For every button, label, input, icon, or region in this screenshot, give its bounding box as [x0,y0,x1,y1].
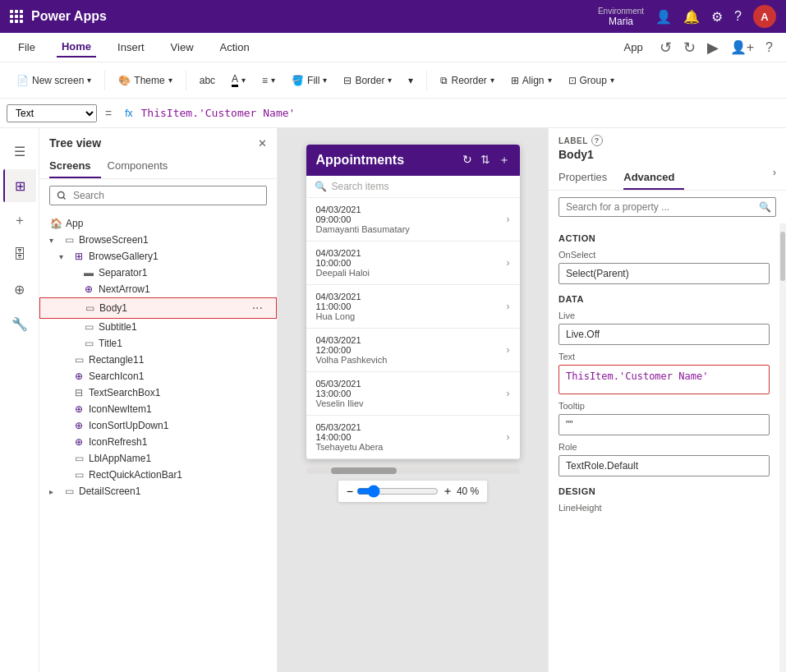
help-menu-icon[interactable]: ? [765,40,773,55]
tree-item-browsegallery1[interactable]: ▾ ⊞ BrowseGallery1 [39,248,277,265]
property-search-input[interactable] [558,197,776,217]
tree-item-lblappname1[interactable]: ▭ LblAppName1 [39,450,277,467]
apps-grid-icon[interactable] [10,10,23,23]
list-item[interactable]: 04/03/2021 10:00:00 Deepali Haloi › [306,242,520,285]
align-button[interactable]: ≡ ▾ [255,71,282,90]
tree-search [49,186,267,205]
tree-item-searchicon1[interactable]: ⊕ SearchIcon1 [39,368,277,384]
formula-input[interactable] [141,107,779,119]
align-caret-icon: ▾ [271,76,275,85]
zoom-in-button[interactable]: ＋ [442,484,453,499]
tree-item-textsearchbox1[interactable]: ⊟ TextSearchBox1 [39,384,277,401]
reorder-caret-icon: ▾ [490,76,494,85]
fx-button[interactable]: fx [120,108,137,119]
tree-item-iconsortupdown1[interactable]: ⊕ IconSortUpDown1 [39,417,277,434]
layers-icon[interactable]: ⊞ [3,169,36,202]
tab-components[interactable]: Components [108,154,178,178]
add-header-icon[interactable]: ＋ [499,153,510,168]
list-item[interactable]: 05/03/2021 14:00:00 Tsehayetu Abera › [306,416,520,459]
border-button[interactable]: ⊟ Border ▾ [337,71,398,90]
text-color-button[interactable]: A ▾ [225,70,252,90]
tree-tabs: Screens Components [39,154,277,179]
list-item[interactable]: 04/03/2021 09:00:00 Damayanti Basumatary… [306,198,520,242]
tree-close-icon[interactable]: ✕ [258,137,267,150]
new-screen-button[interactable]: 📄 New screen ▾ [10,71,98,90]
share-icon[interactable]: 👤+ [730,39,754,55]
tree-item-rectangle11[interactable]: ▭ Rectangle11 [39,352,277,368]
border-icon: ⊟ [343,75,352,86]
avatar[interactable]: A [753,5,776,28]
zoom-out-button[interactable]: − [347,485,353,498]
environment-info: Environment Maria [598,7,644,27]
list-item[interactable]: 05/03/2021 13:00:00 Veselin Iliev › [306,372,520,416]
tree-search-input[interactable] [49,186,267,205]
new-screen-caret-icon: ▾ [87,76,91,85]
fill-caret-icon: ▾ [323,76,327,85]
tab-screens[interactable]: Screens [49,154,101,178]
data-icon[interactable]: 🗄 [3,238,36,271]
redo-icon[interactable]: ↻ [683,39,696,57]
list-chevron-icon: › [507,344,510,356]
reorder-button[interactable]: ⧉ Reorder ▾ [434,71,500,90]
add-icon[interactable]: ＋ [3,204,36,237]
text-value[interactable]: ThisItem.'Customer Name' [558,365,770,394]
variables-icon[interactable]: ⊕ [3,273,36,306]
tree-item-nextarrow1[interactable]: ⊕ NextArrow1 [39,281,277,297]
tree-item-separator1[interactable]: ▬ Separator1 [39,265,277,281]
tooltip-value[interactable]: "" [558,414,770,435]
textbox-icon: ⊟ [72,387,85,398]
help-icon[interactable]: ? [734,9,742,24]
right-scrollbar-track[interactable] [779,223,786,672]
theme-button[interactable]: 🎨 Theme ▾ [112,71,178,90]
reorder-icon: ⧉ [440,75,448,86]
role-value[interactable]: TextRole.Default [558,455,770,476]
menu-app[interactable]: App [619,38,648,57]
tree-item-rectquickactionbar1[interactable]: ▭ RectQuickActionBar1 [39,467,277,483]
group-button[interactable]: ⊡ Group ▾ [562,71,621,90]
menu-action[interactable]: Action [215,38,255,57]
menu-insert[interactable]: Insert [113,38,149,57]
list-item[interactable]: 04/03/2021 11:00:00 Hua Long › [306,285,520,329]
sort-header-icon[interactable]: ⇅ [480,153,490,168]
dropdown-button[interactable]: ▾ [402,71,420,90]
align-layout-button[interactable]: ⊞ Align ▾ [504,71,558,90]
abc-button[interactable]: abc [193,71,222,90]
settings-gear-icon[interactable]: ⚙ [711,9,723,25]
tools-icon[interactable]: 🔧 [3,307,36,340]
equals-sign: = [100,107,117,120]
onselect-value[interactable]: Select(Parent) [558,263,770,284]
play-icon[interactable]: ▶ [707,39,719,57]
tree-item-app[interactable]: 🏠 App [39,215,277,232]
tree-item-iconnewitem1[interactable]: ⊕ IconNewItem1 [39,401,277,417]
tree-item-iconrefresh1[interactable]: ⊕ IconRefresh1 [39,434,277,450]
tree-item-body1[interactable]: ▭ Body1 ··· [39,297,277,319]
fill-button[interactable]: 🪣 Fill ▾ [285,71,333,90]
tree-item-subtitle1[interactable]: ▭ Subtitle1 [39,319,277,335]
tree-item-detailscreen1[interactable]: ▸ ▭ DetailScreen1 [39,483,277,499]
abc-icon: abc [200,75,215,86]
tab-properties[interactable]: Properties [558,166,617,190]
tree-item-title1[interactable]: ▭ Title1 [39,335,277,352]
notification-bell-icon[interactable]: 🔔 [683,9,700,25]
property-selector[interactable]: Text [7,104,97,122]
refresh-header-icon[interactable]: ↻ [462,153,472,168]
help-circle-icon[interactable]: ? [591,135,603,146]
more-options-icon[interactable]: ··· [249,301,266,315]
list-chevron-icon: › [507,431,510,443]
undo-icon[interactable]: ↺ [660,39,672,57]
zoom-slider[interactable] [356,485,439,498]
menu-view[interactable]: View [166,38,199,57]
theme-icon: 🎨 [118,75,131,86]
hamburger-menu-icon[interactable]: ☰ [3,135,36,168]
tab-advanced[interactable]: Advanced [623,166,684,190]
right-panel-expand-icon[interactable]: › [773,166,776,190]
arrow-icon: ⊕ [82,283,95,295]
menu-file[interactable]: File [13,38,40,57]
menu-home[interactable]: Home [57,37,96,58]
person-icon[interactable]: 👤 [655,9,672,25]
list-item[interactable]: 04/03/2021 12:00:00 Volha Pashkevich › [306,329,520,372]
canvas-horizontal-scrollbar[interactable] [306,467,520,474]
right-content: ACTION OnSelect Select(Parent) DATA Live… [549,223,779,526]
live-value[interactable]: Live.Off [558,324,770,345]
tree-item-browsescreen1[interactable]: ▾ ▭ BrowseScreen1 [39,232,277,248]
